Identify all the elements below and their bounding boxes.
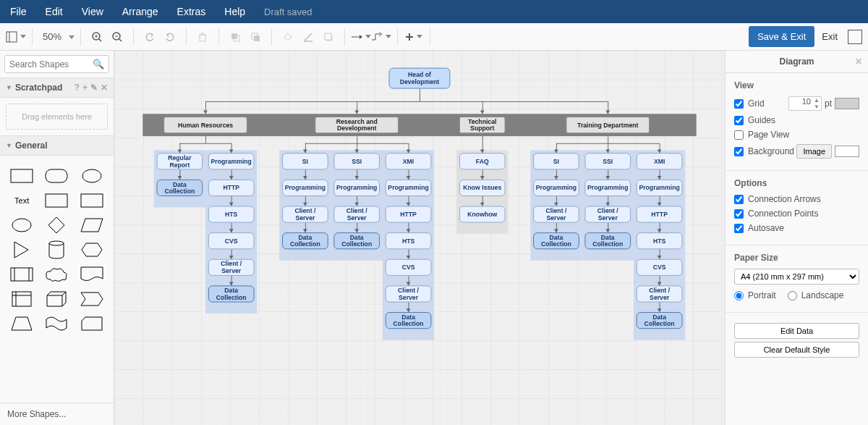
diagram-node[interactable]: Programming [282, 180, 328, 196]
edit-data-button[interactable]: Edit Data [734, 323, 859, 339]
shape-process[interactable] [9, 266, 35, 283]
scratchpad-dropzone[interactable]: Drag elements here [6, 104, 108, 130]
shape-ellipse-label[interactable] [79, 167, 105, 185]
grid-checkbox[interactable] [734, 99, 744, 109]
menu-edit[interactable]: Edit [46, 6, 63, 17]
diagram-node[interactable]: XMI [386, 153, 432, 169]
shape-parallelogram[interactable] [79, 216, 105, 234]
menu-view[interactable]: View [82, 6, 103, 17]
shape-diamond[interactable] [43, 216, 69, 234]
diagram-node[interactable]: SSI [584, 153, 631, 169]
diagram-node[interactable]: Client / Server [282, 206, 328, 223]
shape-rounded[interactable] [43, 167, 69, 185]
diagram-node[interactable]: Technical Support [459, 117, 506, 133]
diagram-node[interactable]: Data Collection [157, 180, 203, 196]
shape-card[interactable] [79, 315, 105, 332]
redo-icon[interactable] [160, 27, 180, 47]
canvas[interactable]: Head of DevelopmentHuman ResourcesRegula… [114, 51, 725, 425]
diagram-node[interactable]: HTTP [208, 180, 255, 196]
diagram-node[interactable]: Programming [386, 180, 432, 196]
shape-text[interactable]: Text [9, 192, 35, 209]
landscape-radio[interactable] [788, 291, 797, 300]
zoom-out-icon[interactable] [107, 27, 127, 47]
scratchpad-close-icon[interactable]: ✕ [101, 83, 108, 93]
zoom-dropdown[interactable] [66, 31, 75, 42]
clear-style-button[interactable]: Clear Default Style [734, 342, 859, 358]
connection-icon[interactable] [351, 27, 371, 47]
shape-step[interactable] [79, 290, 105, 308]
diagram-node[interactable]: Data Collection [333, 232, 380, 249]
shape-document[interactable] [79, 266, 105, 283]
pageview-checkbox[interactable] [734, 130, 744, 140]
diagram-node[interactable]: Client / Server [333, 206, 380, 223]
portrait-radio[interactable] [734, 291, 744, 300]
diagram-node[interactable]: Human Resources [163, 117, 247, 133]
grid-size-input[interactable]: 10 ▲▼ [788, 96, 822, 111]
waypoint-icon[interactable] [371, 27, 391, 47]
shape-trapezoid[interactable] [9, 315, 35, 332]
shape-internal-storage[interactable] [9, 290, 35, 308]
diagram-node[interactable]: FAQ [459, 153, 506, 169]
diagram-node[interactable]: Data Collection [637, 312, 683, 329]
menu-file[interactable]: File [10, 6, 27, 17]
insert-icon[interactable] [404, 27, 424, 47]
diagram-node[interactable]: HTS [208, 206, 255, 223]
shape-hexagon[interactable] [79, 241, 105, 258]
diagram-node[interactable]: Client / Server [584, 206, 631, 223]
diagram-node[interactable]: Data Collection [208, 285, 255, 302]
scratchpad-help-icon[interactable]: ? [75, 83, 80, 93]
diagram-node[interactable]: Knowhow [459, 206, 506, 223]
diagram-node[interactable]: HTS [386, 232, 432, 249]
diagram-node[interactable]: Training Department [566, 117, 650, 133]
more-shapes-button[interactable]: More Shapes... [0, 403, 114, 425]
zoom-value[interactable]: 50% [38, 31, 66, 42]
shape-cylinder[interactable] [43, 241, 69, 258]
diagram-node[interactable]: Programming [637, 180, 683, 196]
shape-triangle[interactable] [9, 241, 35, 258]
search-shapes-input[interactable] [9, 59, 93, 70]
diagram-node[interactable]: Research and Development [315, 117, 399, 133]
shape-textbox[interactable] [43, 192, 69, 209]
diagram-node[interactable]: CVS [208, 232, 255, 249]
scratchpad-add-icon[interactable]: + [82, 83, 88, 93]
shape-cube[interactable] [43, 290, 69, 308]
diagram-node[interactable]: Programming [333, 180, 380, 196]
diagram-node[interactable]: Programming [533, 180, 579, 196]
shape-textbox2[interactable] [79, 192, 105, 209]
background-image-button[interactable]: Image [796, 144, 832, 159]
format-close-icon[interactable]: ✕ [855, 56, 862, 67]
diagram-node[interactable]: Client / Server [208, 259, 255, 276]
diagram-node[interactable]: Head of Development [389, 68, 451, 89]
org-chart-diagram[interactable]: Head of DevelopmentHuman ResourcesRegula… [129, 61, 710, 424]
diagram-node[interactable]: Programming [208, 153, 255, 169]
diagram-node[interactable]: CVS [637, 259, 683, 276]
background-color-swatch[interactable] [835, 146, 859, 157]
conn-arrows-checkbox[interactable] [734, 195, 744, 204]
shape-rect[interactable] [9, 167, 35, 185]
diagram-node[interactable]: Regular Report [157, 153, 203, 169]
background-checkbox[interactable] [734, 147, 744, 156]
menu-help[interactable]: Help [224, 6, 245, 17]
diagram-node[interactable]: Know Issues [459, 180, 506, 196]
diagram-node[interactable]: Programming [584, 180, 631, 196]
diagram-node[interactable]: SI [533, 153, 579, 169]
diagram-node[interactable]: HTTP [386, 206, 432, 223]
diagram-node[interactable]: Client / Server [386, 285, 432, 302]
zoom-in-icon[interactable] [87, 27, 107, 47]
fullscreen-icon[interactable] [848, 30, 862, 44]
diagram-node[interactable]: XMI [637, 153, 683, 169]
diagram-node[interactable]: CVS [386, 259, 432, 276]
diagram-node[interactable]: Client / Server [637, 285, 683, 302]
paper-size-select[interactable]: A4 (210 mm x 297 mm) [734, 269, 859, 285]
view-mode-button[interactable] [6, 27, 26, 47]
conn-points-checkbox[interactable] [734, 209, 744, 219]
autosave-checkbox[interactable] [734, 224, 744, 233]
grid-color-swatch[interactable] [835, 98, 859, 109]
shape-cloud[interactable] [43, 266, 69, 283]
shape-tape[interactable] [43, 315, 69, 332]
general-header[interactable]: ▼General [0, 135, 114, 156]
diagram-node[interactable]: HTTP [637, 206, 683, 223]
diagram-node[interactable]: HTS [637, 232, 683, 249]
menu-arrange[interactable]: Arrange [122, 6, 158, 17]
diagram-node[interactable]: Data Collection [584, 232, 631, 249]
